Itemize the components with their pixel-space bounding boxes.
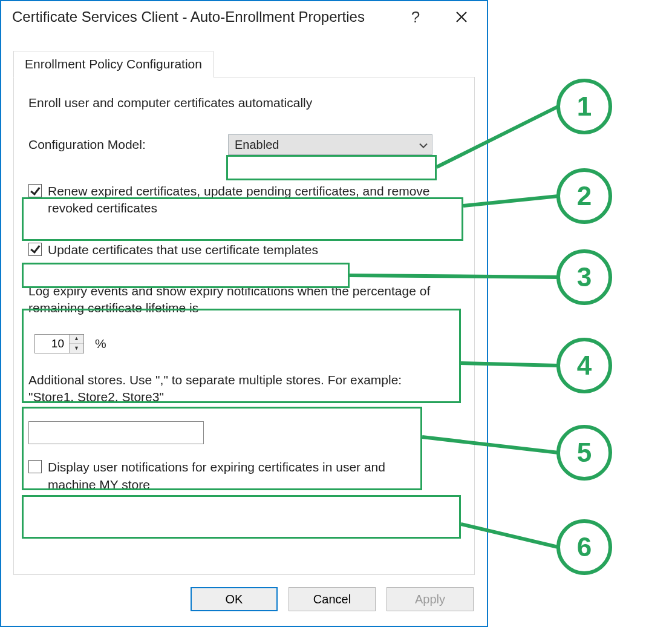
additional-stores-text: Additional stores. Use "," to separate m… <box>28 372 440 406</box>
intro-text: Enroll user and computer certificates au… <box>28 96 460 110</box>
update-templates-label[interactable]: Update certificates that use certificate… <box>48 241 318 258</box>
renew-expired-label[interactable]: Renew expired certificates, update pendi… <box>48 183 435 217</box>
expiry-block: Log expiry events and show expiry notifi… <box>28 283 460 353</box>
callout-4: 4 <box>556 338 612 393</box>
expiry-percent-row: ▲ ▼ % <box>34 334 460 353</box>
update-templates-checkbox[interactable] <box>28 243 42 256</box>
callout-2: 2 <box>556 168 612 224</box>
update-templates-checkbox-row: Update certificates that use certificate… <box>28 241 460 258</box>
help-button[interactable]: ? <box>405 6 426 28</box>
spinner-up-button[interactable]: ▲ <box>70 335 83 344</box>
percent-sign: % <box>95 336 106 351</box>
callout-1: 1 <box>556 79 612 134</box>
title-bar-buttons: ? <box>405 6 472 28</box>
dialog-window: Certificate Services Client - Auto-Enrol… <box>0 0 488 627</box>
spinner-down-button[interactable]: ▼ <box>70 344 83 353</box>
additional-stores-input[interactable] <box>28 421 204 444</box>
callout-3: 3 <box>556 249 612 305</box>
display-notifications-checkbox-row: Display user notifications for expiring … <box>28 459 460 493</box>
spinner-buttons: ▲ ▼ <box>69 335 83 353</box>
tab-enrollment-policy[interactable]: Enrollment Policy Configuration <box>13 51 214 77</box>
callout-6: 6 <box>556 519 612 575</box>
close-button[interactable] <box>451 6 472 28</box>
window-title: Certificate Services Client - Auto-Enrol… <box>12 8 405 25</box>
expiry-percent-input[interactable] <box>35 335 69 353</box>
callout-5: 5 <box>556 425 612 481</box>
expiry-percent-spinner: ▲ ▼ <box>34 334 84 353</box>
expiry-block-text: Log expiry events and show expiry notifi… <box>28 283 440 317</box>
additional-stores-block: Additional stores. Use "," to separate m… <box>28 372 460 445</box>
tab-body: Enroll user and computer certificates au… <box>13 77 475 575</box>
renew-expired-checkbox[interactable] <box>28 184 42 197</box>
ok-button[interactable]: OK <box>191 587 278 611</box>
client-area: Enrollment Policy Configuration Enroll u… <box>2 33 486 625</box>
close-icon <box>455 11 468 23</box>
dialog-button-row: OK Cancel Apply <box>191 587 474 611</box>
renew-expired-checkbox-row: Renew expired certificates, update pendi… <box>28 183 460 217</box>
display-notifications-checkbox[interactable] <box>28 460 42 473</box>
cancel-button[interactable]: Cancel <box>289 587 376 611</box>
config-model-label: Configuration Model: <box>28 137 228 152</box>
display-notifications-label[interactable]: Display user notifications for expiring … <box>48 459 435 493</box>
config-model-value: Enabled <box>228 134 432 155</box>
title-bar: Certificate Services Client - Auto-Enrol… <box>1 1 487 33</box>
config-model-select[interactable]: Enabled <box>228 134 432 155</box>
chevron-down-icon <box>419 138 428 152</box>
apply-button: Apply <box>387 587 474 611</box>
config-model-row: Configuration Model: Enabled <box>28 134 460 155</box>
